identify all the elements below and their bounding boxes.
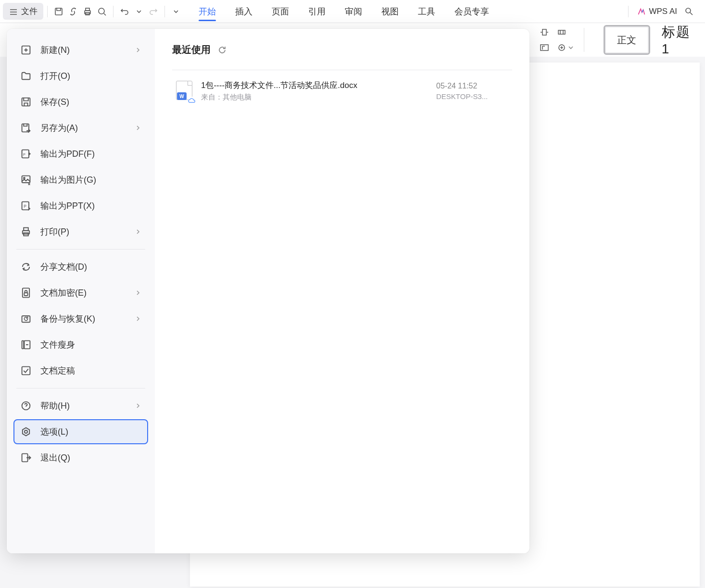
print-icon [83,7,92,16]
svg-point-16 [24,177,25,179]
refresh-icon[interactable] [217,45,227,55]
style-gallery: 正文 标题 1 [604,23,699,57]
menu-item-label: 保存(S) [40,96,141,108]
menu-item-open[interactable]: 打开(O) [13,63,148,88]
file-timestamp: 05-24 11:52 [436,82,508,90]
undo-icon [120,7,129,16]
preview-button[interactable] [95,4,109,19]
menu-item-label: 打印(P) [40,226,126,238]
redo-button[interactable] [146,4,161,19]
save-button[interactable] [51,4,66,19]
backup-icon [20,313,32,325]
menu-item-label: 输出为PDF(F) [40,148,141,160]
menu-item-new[interactable]: 新建(N) [13,38,148,63]
undo-button[interactable] [117,4,132,19]
tab-page[interactable]: 页面 [262,1,299,22]
docx-file-icon: W [176,81,193,101]
tab-reference[interactable]: 引用 [299,1,335,22]
svg-rect-15 [22,176,30,183]
exportpdf-icon: P [20,148,32,160]
share-button[interactable] [66,4,80,19]
chevron-right-icon [135,228,141,235]
search-button[interactable] [682,4,696,19]
redo-icon [149,7,158,16]
svg-text:P: P [23,152,25,157]
chevron-down-icon [568,45,573,50]
wps-ai-button[interactable]: WPS AI [637,7,677,16]
file-location: DESKTOP-S3... [436,92,508,100]
tab-start[interactable]: 开始 [189,1,226,22]
chevron-right-icon [135,125,141,131]
tab-tools[interactable]: 工具 [408,1,445,22]
ribbon-icon-d[interactable] [555,41,568,54]
file-menu-button[interactable]: 文件 [3,3,43,20]
share-icon [20,261,32,273]
wps-ai-icon [637,7,646,16]
tab-insert[interactable]: 插入 [226,1,262,22]
exportimg-icon [20,174,32,186]
menu-item-encrypt[interactable]: 文档加密(E) [13,280,148,305]
share-icon [68,7,78,16]
menu-item-exit[interactable]: 退出(Q) [13,445,148,470]
recent-title: 最近使用 [172,43,211,56]
menu-item-label: 文件瘦身 [40,339,141,350]
separator [47,6,48,17]
file-menu-sidebar: 新建(N)打开(O)保存(S)另存为(A)P输出为PDF(F)输出为图片(G)P… [7,29,155,553]
menu-item-save[interactable]: 保存(S) [13,89,148,114]
ribbon-icon-a[interactable] [538,25,551,39]
tab-view[interactable]: 视图 [372,1,408,22]
circle-icon [557,43,567,52]
svg-rect-2 [86,8,89,11]
preview-icon [97,7,107,16]
menu-item-label: 文档加密(E) [40,287,126,299]
svg-text:P: P [24,204,26,209]
file-right: 05-24 11:52 DESKTOP-S3... [436,82,508,100]
style-normal[interactable]: 正文 [604,25,650,55]
undo-dropdown[interactable] [132,4,146,19]
svg-point-4 [99,8,104,14]
print-button[interactable] [80,4,95,19]
separator [113,6,113,17]
exportppt-icon: P [20,200,32,212]
more-dropdown[interactable] [169,4,183,19]
style-heading-1[interactable]: 标题 1 [655,23,699,57]
menu-item-label: 选项(L) [40,426,141,438]
ribbon-icon-c[interactable] [555,25,568,39]
file-menu-content: 最近使用 W 1包----商务技术文件...节活动奖品供应.docx 来自：其他… [155,29,529,553]
finalize-icon [20,365,32,376]
menu-item-label: 输出为PPT(X) [40,200,141,212]
svg-rect-11 [22,98,30,106]
options-icon [20,426,32,438]
menu-item-print[interactable]: 打印(P) [13,219,148,244]
ribbon-icon-b[interactable] [538,41,551,54]
svg-rect-8 [558,30,565,34]
print-icon [20,226,32,238]
chevron-right-icon [135,47,141,53]
style-normal-label: 正文 [617,34,636,47]
menu-item-saveas[interactable]: 另存为(A) [13,115,148,140]
menu-item-exportppt[interactable]: P输出为PPT(X) [13,193,148,218]
recent-file-item[interactable]: W 1包----商务技术文件...节活动奖品供应.docx 来自：其他电脑 05… [172,75,512,107]
menu-item-help[interactable]: 帮助(H) [13,393,148,418]
file-meta: 1包----商务技术文件...节活动奖品供应.docx 来自：其他电脑 [201,80,428,102]
menu-item-exportimg[interactable]: 输出为图片(G) [13,167,148,192]
svg-rect-27 [22,367,30,375]
menu-item-slim[interactable]: 文件瘦身 [13,332,148,357]
tab-review[interactable]: 审阅 [335,1,372,22]
file-menu-label: 文件 [21,6,38,17]
menu-item-share[interactable]: 分享文档(D) [13,254,148,279]
help-icon [20,400,32,412]
recent-header: 最近使用 [172,43,512,56]
main-toolbar: 文件 开始 插入 页面 引用 审阅 视图 工具 会员专享 WPS AI [0,0,705,23]
tab-member[interactable]: 会员专享 [445,1,499,22]
wps-ai-label: WPS AI [649,7,677,16]
menu-item-backup[interactable]: 备份与恢复(K) [13,306,148,331]
file-source: 来自：其他电脑 [201,93,428,102]
svg-point-5 [686,8,691,13]
toolbar-right: WPS AI [624,4,702,19]
search-icon [684,7,694,16]
menu-item-options[interactable]: 选项(L) [13,419,148,444]
menu-item-exportpdf[interactable]: P输出为PDF(F) [13,141,148,166]
menu-item-finalize[interactable]: 文档定稿 [13,358,148,383]
encrypt-icon [20,287,32,299]
